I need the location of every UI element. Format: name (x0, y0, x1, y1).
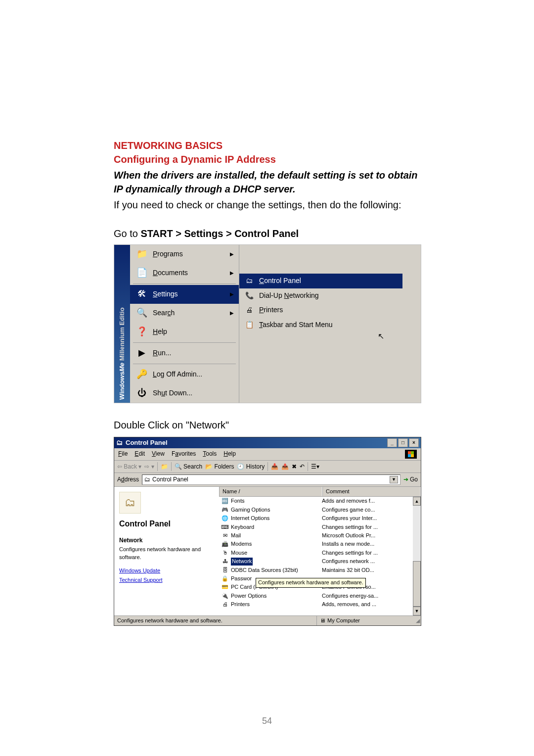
doc-para1b: If you need to check or change the setti… (114, 198, 420, 212)
menu-favorites[interactable]: Favorites (172, 450, 196, 459)
arrow-icon: ▶ (230, 291, 234, 298)
col-comment[interactable]: Comment (322, 487, 421, 496)
menu-help[interactable]: Help (223, 450, 236, 459)
moveto-icon[interactable]: 📥 (271, 463, 278, 471)
stripe-windows: Windows (118, 372, 127, 400)
arrow-icon: ▶ (230, 310, 234, 317)
start-search[interactable]: 🔍 Search ▶ (130, 304, 239, 323)
settings-icon: 🛠 (135, 288, 149, 301)
list-item[interactable]: 🎮Gaming OptionsConfigures game co... (219, 506, 413, 514)
item-comment: Adds, removes, and ... (320, 601, 413, 608)
submenu-printers[interactable]: 🖨 Printers (239, 303, 402, 318)
folders-button[interactable]: 📂 Folders (205, 463, 234, 471)
item-icon: 🎮 (221, 506, 229, 514)
search-icon: 🔍 (135, 307, 149, 320)
doc-heading: NETWORKING BASICS (114, 139, 420, 152)
control-panel-large-icon: 🗂 (119, 492, 141, 514)
item-name: Mail (231, 532, 241, 539)
help-icon: ❓ (135, 326, 149, 338)
list-item[interactable]: 🖧NetworkConfigures network ... (219, 557, 413, 566)
control-panel-icon: 🗂 (116, 438, 123, 447)
item-comment: Configures your Inter... (320, 515, 413, 522)
search-button[interactable]: 🔍 Search (175, 463, 202, 471)
vertical-scrollbar[interactable]: ▲ ▼ (413, 497, 421, 615)
item-name: Mouse (231, 549, 247, 557)
col-name[interactable]: Name / (219, 487, 322, 496)
back-button[interactable]: ⇦ Back ▾ (117, 463, 141, 471)
menu-view[interactable]: View (152, 450, 165, 459)
list-item[interactable]: 🔌Power OptionsConfigures energy-sa... (219, 592, 413, 600)
link-technical-support[interactable]: Technical Support (119, 576, 214, 584)
control-panel-window: 🗂 Control Panel _ □ × File Edit View Fav… (114, 437, 421, 626)
item-icon: ✉ (221, 532, 229, 539)
shutdown-icon: ⏻ (135, 387, 149, 400)
minimize-button[interactable]: _ (387, 438, 397, 447)
list-body: 🔤FontsAdds and removes f...🎮Gaming Optio… (219, 497, 413, 615)
list-item[interactable]: ✉MailMicrosoft Outlook Pr... (219, 531, 413, 540)
address-field[interactable]: 🗂 Control Panel ▼ (142, 474, 400, 485)
start-shutdown[interactable]: ⏻ Shut Down... (130, 384, 239, 403)
start-documents[interactable]: 📄 Documents ▶ (130, 264, 239, 283)
scroll-down-icon[interactable]: ▼ (413, 607, 421, 615)
submenu-control-panel[interactable]: 🗂 Control Panel (239, 274, 402, 288)
address-label: Address (117, 475, 139, 484)
status-text: Configures network hardware and software… (114, 616, 317, 625)
address-value: Control Panel (152, 475, 188, 484)
settings-submenu: 🗂 Control Panel 📞 Dial-Up Networking 🖨 P… (239, 245, 402, 403)
start-run[interactable]: ▶ Run... (130, 344, 239, 363)
menu-tools[interactable]: Tools (203, 450, 217, 459)
toolbar: ⇦ Back ▾ ⇨ ▾ 📁 🔍 Search 📂 Folders 🕘 Hist… (114, 461, 421, 473)
submenu-taskbar[interactable]: 📋 Taskbar and Start Menu (239, 318, 402, 332)
list-item[interactable]: 🗄ODBC Data Sources (32bit)Maintains 32 b… (219, 566, 413, 574)
address-bar: Address 🗂 Control Panel ▼ ➔Go (114, 473, 421, 487)
doc-subheading: Configuring a Dynamic IP Address (114, 152, 420, 166)
titlebar[interactable]: 🗂 Control Panel _ □ × (114, 437, 421, 448)
close-button[interactable]: × (409, 438, 419, 447)
printers-icon: 🖨 (244, 305, 254, 315)
list-item[interactable]: 📠ModemsInstalls a new mode... (219, 540, 413, 548)
list-item[interactable]: 🔤FontsAdds and removes f... (219, 497, 413, 505)
copyto-icon[interactable]: 📤 (281, 463, 289, 471)
cursor-icon: ↖ (378, 331, 534, 342)
page-number: 54 (0, 716, 534, 726)
list-item[interactable]: 🖨PrintersAdds, removes, and ... (219, 600, 413, 609)
list-item[interactable]: 🌐Internet OptionsConfigures your Inter..… (219, 514, 413, 522)
item-icon: 🖧 (221, 558, 229, 565)
arrow-icon: ▶ (230, 251, 234, 258)
history-button[interactable]: 🕘 History (237, 463, 265, 471)
item-name: ODBC Data Sources (32bit) (231, 567, 298, 574)
start-settings[interactable]: 🛠 Settings ▶ (130, 285, 239, 304)
forward-button[interactable]: ⇨ ▾ (144, 463, 154, 471)
dialup-icon: 📞 (244, 291, 254, 301)
menubar: File Edit View Favorites Tools Help (114, 448, 421, 461)
delete-icon[interactable]: ✖ (292, 463, 297, 471)
start-help[interactable]: ❓ Help (130, 323, 239, 341)
maximize-button[interactable]: □ (398, 438, 408, 447)
start-logoff[interactable]: 🔑 Log Off Admin... (130, 365, 239, 384)
status-bar: Configures network hardware and software… (114, 615, 421, 625)
up-button[interactable]: 📁 (161, 463, 168, 471)
start-programs[interactable]: 📁 PProgramsrograms ▶ (130, 245, 239, 264)
link-windows-update[interactable]: Windows Update (119, 567, 214, 574)
step2-text: Double Click on "Network" (114, 418, 420, 432)
item-name: Passwor (231, 575, 252, 582)
submenu-dialup[interactable]: 📞 Dial-Up Networking (239, 288, 402, 303)
item-icon: 🔌 (221, 592, 229, 600)
stripe-me: Me (118, 363, 127, 372)
resize-grip[interactable]: ◢ (412, 616, 421, 625)
menu-edit[interactable]: Edit (134, 450, 145, 459)
list-item[interactable]: ⌨KeyboardChanges settings for ... (219, 523, 413, 531)
go-button[interactable]: ➔Go (403, 475, 418, 484)
item-comment: Configures game co... (320, 506, 413, 514)
address-dropdown[interactable]: ▼ (390, 476, 398, 483)
list-item[interactable]: 🖱MouseChanges settings for ... (219, 549, 413, 557)
item-icon: ⌨ (221, 523, 229, 531)
menu-file[interactable]: File (118, 450, 128, 459)
scroll-thumb[interactable] (413, 561, 421, 607)
views-icon[interactable]: ☰▾ (311, 463, 319, 471)
undo-icon[interactable]: ↶ (300, 463, 305, 471)
scroll-up-icon[interactable]: ▲ (413, 497, 421, 506)
taskbar-icon: 📋 (244, 320, 254, 330)
list-header: Name / Comment (219, 487, 421, 497)
item-name: Keyboard (231, 523, 254, 531)
